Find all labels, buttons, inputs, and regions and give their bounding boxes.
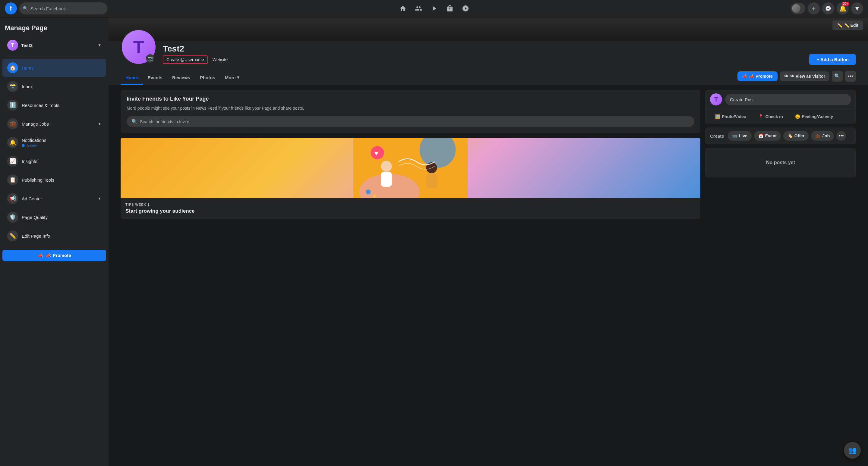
profile-avatar [792,4,801,13]
page-selector-name: Test2 [21,43,95,48]
offer-button[interactable]: 🏷️ Offer [783,131,809,141]
live-button[interactable]: 📹 Live [728,131,752,141]
edit-page-info-icon: ✏️ [7,230,18,241]
page-selector[interactable]: T Test2 ▼ [2,37,106,54]
menu-button[interactable]: ▼ [851,2,863,14]
manage-jobs-chevron: ▼ [98,122,101,126]
view-visitor-icon: 👁 [784,74,788,78]
promote-tab-button[interactable]: 📣 📣 Promote [738,71,778,81]
check-in-icon: 📍 [758,114,764,119]
promote-tab-label: 📣 Promote [749,74,773,78]
sidebar-label-page-quality: Page Quality [22,215,101,220]
page-tabs: Home Events Reviews Photos More ▾ [121,70,244,85]
edit-cover-button[interactable]: ✏️ ✏️ Edit [832,21,863,30]
marketplace-nav-btn[interactable] [443,1,457,16]
invite-card-description: More people might see your posts in News… [127,105,694,111]
search-bar[interactable]: 🔍 [19,2,107,14]
create-label: Create [710,133,724,139]
invite-friends-card: Invite Friends to Like Your Page More pe… [121,90,701,133]
page-header-top: T 📷 Test2 Create @Username Website + Add… [121,41,856,70]
page-selector-avatar: T [7,40,18,51]
create-post-actions: 🖼️ Photo/Video 📍 Check in 😊 Feeling/Acti… [705,109,856,124]
live-label: Live [739,133,747,138]
page-layout: Manage Page T Test2 ▼ 🏠 Home 🗃️ Inbox ℹ️… [0,0,868,466]
job-button[interactable]: 💼 Job [811,131,834,141]
content-area: Invite Friends to Like Your Page More pe… [108,85,868,224]
tab-home[interactable]: Home [121,71,143,85]
svg-point-9 [366,190,371,194]
sidebar-item-publishing-tools[interactable]: 📋 Publishing Tools [2,171,106,189]
more-options-button[interactable]: ••• [845,71,856,81]
sidebar-label-edit-page-info: Edit Page Info [22,233,101,239]
sidebar-item-insights[interactable]: 📈 Insights [2,152,106,170]
sidebar-item-edit-page-info[interactable]: ✏️ Edit Page Info [2,227,106,245]
promote-tab-icon: 📣 [742,74,747,78]
job-icon: 💼 [815,133,820,138]
add-button[interactable]: ＋ [808,2,820,14]
notifications-button[interactable]: 🔔 20+ [837,2,849,14]
profile-button[interactable] [791,3,805,14]
sidebar-label-manage-jobs: Manage Jobs [22,122,94,127]
create-post-button[interactable]: Create Post [725,94,851,105]
sidebar-title: Manage Page [0,22,108,37]
invite-card-title: Invite Friends to Like Your Page [127,96,694,102]
no-posts-label: No posts yet [766,160,795,165]
add-button-cta[interactable]: + Add a Button [809,54,856,65]
sidebar-item-ad-center[interactable]: 📢 Ad Center ▼ [2,190,106,207]
search-input[interactable] [30,6,104,11]
sidebar-promote-button[interactable]: 📣 📣 Promote [2,250,106,261]
photo-video-label: Photo/Video [722,114,746,119]
home-nav-btn[interactable] [396,1,410,16]
invite-search-icon: 🔍 [131,119,137,124]
sidebar-item-inbox[interactable]: 🗃️ Inbox [2,77,106,96]
sidebar-label-publishing-tools: Publishing Tools [22,177,101,182]
feeling-label: Feeling/Activity [802,114,833,119]
change-photo-button[interactable]: 📷 [146,54,154,63]
groups-nav-btn[interactable] [458,1,473,16]
notifications-icon: 🔔 [7,137,18,148]
nav-center [107,1,761,16]
feeling-button[interactable]: 😊 Feeling/Activity [790,112,838,122]
sidebar: Manage Page T Test2 ▼ 🏠 Home 🗃️ Inbox ℹ️… [0,17,108,466]
nav-left: f 🔍 [5,2,107,14]
create-post-card: T Create Post 🖼️ Photo/Video 📍 Check in [705,90,856,124]
sidebar-item-resources[interactable]: ℹ️ Resources & Tools [2,96,106,114]
photo-video-button[interactable]: 🖼️ Photo/Video [710,112,751,122]
sidebar-item-manage-jobs[interactable]: 💼 Manage Jobs ▼ [2,115,106,133]
sidebar-item-notifications[interactable]: 🔔 Notifications 5 new [2,133,106,152]
messenger-button[interactable] [822,2,834,14]
invite-search-bar[interactable]: 🔍 [127,116,694,127]
page-profile-picture[interactable]: T 📷 [121,29,157,65]
offer-label: Offer [795,133,804,138]
tab-photos[interactable]: Photos [195,71,220,85]
live-icon: 📹 [732,133,737,138]
svg-point-10 [373,195,376,198]
friends-nav-btn[interactable] [411,1,426,16]
sidebar-label-inbox: Inbox [22,84,101,89]
post-avatar: T [710,93,722,105]
event-button[interactable]: 📅 Event [754,131,781,141]
page-initial: T [133,37,145,58]
tab-reviews[interactable]: Reviews [167,71,195,85]
invite-search-input[interactable] [140,119,689,124]
facebook-logo[interactable]: f [5,2,17,14]
check-in-button[interactable]: 📍 Check in [753,112,787,122]
sidebar-item-home[interactable]: 🏠 Home [2,59,106,77]
floating-people-button[interactable]: 👥 [844,442,861,459]
sidebar-item-page-quality[interactable]: 🛡️ Page Quality [2,208,106,226]
sidebar-divider-1 [5,56,104,56]
website-link[interactable]: Website [213,57,228,62]
tab-events[interactable]: Events [143,71,167,85]
cover-area: ✏️ ✏️ Edit [108,17,868,41]
view-as-visitor-button[interactable]: 👁 👁 View as Visitor [780,71,829,81]
video-nav-btn[interactable] [427,1,441,16]
more-create-button[interactable]: ••• [836,131,846,141]
page-header-links: Create @Username Website [163,56,803,64]
photo-video-icon: 🖼️ [715,114,720,119]
search-page-button[interactable]: 🔍 [832,71,843,81]
create-username-button[interactable]: Create @Username [163,56,208,64]
tab-more[interactable]: More ▾ [220,71,244,85]
create-post-top: T Create Post [705,90,856,109]
feeling-icon: 😊 [795,114,800,119]
search-icon: 🔍 [23,6,28,11]
